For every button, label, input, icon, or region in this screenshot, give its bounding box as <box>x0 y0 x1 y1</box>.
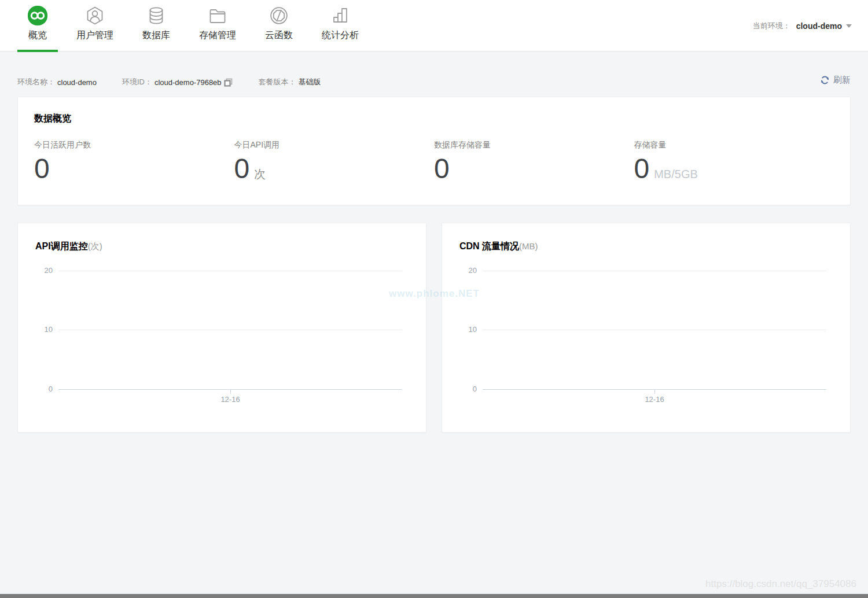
user-hexagon-icon <box>85 6 105 25</box>
gridline <box>58 271 402 271</box>
metric-value: 0 <box>234 153 250 185</box>
nav-label: 云函数 <box>265 29 293 41</box>
metric-label: 今日活跃用户数 <box>34 139 234 150</box>
metrics-row: 今日活跃用户数 0 今日API调用 0 次 数据库存储容量 0 <box>34 139 834 185</box>
cloud-function-icon <box>269 6 289 25</box>
metric-active-users: 今日活跃用户数 0 <box>34 139 234 185</box>
nav-label: 存储管理 <box>199 29 236 41</box>
env-name-value: cloud-demo <box>57 78 97 87</box>
current-env-selector[interactable]: 当前环境： cloud-demo <box>753 0 852 51</box>
metric-label: 数据库存储容量 <box>434 139 634 150</box>
active-tab-underline <box>17 50 58 52</box>
database-icon <box>146 6 166 25</box>
csdn-url-watermark: https://blog.csdn.net/qq_37954086 <box>705 578 856 590</box>
overview-title: 数据概览 <box>34 112 834 125</box>
gridline <box>483 330 826 330</box>
main-content: 环境名称： cloud-demo 环境ID： cloud-demo-7968eb… <box>0 77 868 433</box>
x-axis-tick-mark <box>654 390 655 394</box>
x-axis-tick-label: 12-16 <box>213 395 248 404</box>
env-id-value: cloud-demo-7968eb <box>155 78 222 87</box>
current-env-value: cloud-demo <box>796 21 842 31</box>
env-id-label: 环境ID： <box>122 77 152 87</box>
metric-api-calls: 今日API调用 0 次 <box>234 139 435 185</box>
top-nav-bar: 概览 用户管理 数据库 <box>0 0 868 51</box>
tab-cloud-functions[interactable]: 云函数 <box>255 0 303 51</box>
folder-icon <box>208 6 227 25</box>
metric-value: 0 <box>434 153 450 185</box>
chart-title-unit: (次) <box>88 241 102 252</box>
env-info-bar: 环境名称： cloud-demo 环境ID： cloud-demo-7968eb… <box>17 77 851 87</box>
tab-statistics[interactable]: 统计分析 <box>311 0 369 51</box>
tab-user-management[interactable]: 用户管理 <box>66 0 124 51</box>
x-axis-tick-mark <box>230 390 231 394</box>
copy-icon[interactable] <box>223 77 233 87</box>
nav-label: 数据库 <box>142 29 170 41</box>
bottom-edge-bar <box>0 594 868 598</box>
chevron-down-icon <box>846 24 852 28</box>
charts-row: API调用监控 (次) 20 10 0 12-16 CDN 流量情况 (MB) … <box>17 223 851 433</box>
metric-unit: 次 <box>254 167 266 182</box>
metric-db-storage: 数据库存储容量 0 <box>434 139 634 185</box>
cdn-traffic-chart-card: CDN 流量情况 (MB) 20 10 0 12-16 <box>442 223 851 433</box>
data-overview-card: 数据概览 今日活跃用户数 0 今日API调用 0 次 数据库存储容量 0 <box>17 97 851 205</box>
metric-label: 今日API调用 <box>234 139 435 150</box>
tab-overview[interactable]: 概览 <box>17 0 58 51</box>
refresh-label: 刷新 <box>833 75 851 86</box>
tab-database[interactable]: 数据库 <box>132 0 181 51</box>
metric-unit: MB/5GB <box>654 168 698 181</box>
refresh-icon <box>820 75 830 85</box>
env-id: 环境ID： cloud-demo-7968eb <box>122 77 233 87</box>
env-name: 环境名称： cloud-demo <box>17 77 97 87</box>
api-monitor-chart-card: API调用监控 (次) 20 10 0 12-16 <box>17 223 426 433</box>
y-axis-tick: 20 <box>28 265 53 276</box>
env-plan-value: 基础版 <box>299 77 321 87</box>
y-axis-tick: 0 <box>28 384 53 394</box>
x-axis-tick-label: 12-16 <box>637 395 672 404</box>
refresh-button[interactable]: 刷新 <box>820 75 851 86</box>
tab-storage[interactable]: 存储管理 <box>189 0 247 51</box>
gridline <box>58 330 402 330</box>
env-plan: 套餐版本： 基础版 <box>259 77 321 87</box>
metric-storage-capacity: 存储容量 0 MB/5GB <box>634 139 834 185</box>
y-axis-tick: 20 <box>453 265 477 276</box>
current-env-label: 当前环境： <box>753 21 790 31</box>
y-axis-tick: 10 <box>453 324 477 335</box>
nav-label: 概览 <box>28 29 47 41</box>
nav-label: 用户管理 <box>76 29 113 41</box>
chart-title: API调用监控 <box>35 241 88 253</box>
main-nav: 概览 用户管理 数据库 <box>0 0 868 51</box>
metric-label: 存储容量 <box>634 139 834 150</box>
bar-chart-icon <box>330 6 350 25</box>
y-axis-tick: 10 <box>28 324 53 335</box>
chart-title: CDN 流量情况 <box>459 241 519 253</box>
gridline <box>483 271 826 271</box>
metric-value: 0 <box>634 153 650 185</box>
y-axis-tick: 0 <box>453 384 477 394</box>
nav-label: 统计分析 <box>322 29 359 41</box>
env-name-label: 环境名称： <box>17 77 55 87</box>
infinity-icon <box>28 6 47 25</box>
metric-value: 0 <box>34 153 50 185</box>
env-plan-label: 套餐版本： <box>259 77 296 87</box>
chart-title-unit: (MB) <box>519 241 538 251</box>
